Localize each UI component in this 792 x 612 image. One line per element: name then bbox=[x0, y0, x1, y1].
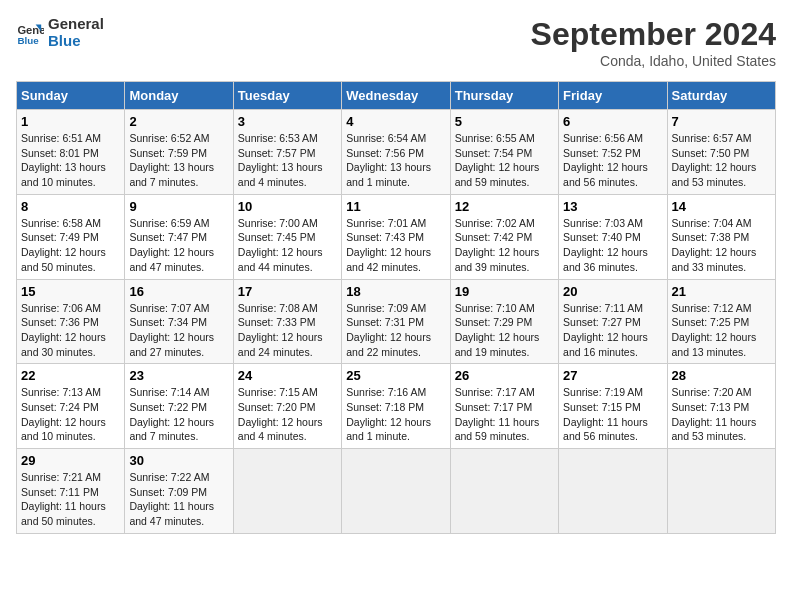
calendar-cell: 7Sunrise: 6:57 AM Sunset: 7:50 PM Daylig… bbox=[667, 110, 775, 195]
calendar-cell: 25Sunrise: 7:16 AM Sunset: 7:18 PM Dayli… bbox=[342, 364, 450, 449]
day-info: Sunrise: 7:15 AM Sunset: 7:20 PM Dayligh… bbox=[238, 385, 337, 444]
day-number: 21 bbox=[672, 284, 771, 299]
day-info: Sunrise: 7:16 AM Sunset: 7:18 PM Dayligh… bbox=[346, 385, 445, 444]
day-number: 15 bbox=[21, 284, 120, 299]
calendar-cell: 29Sunrise: 7:21 AM Sunset: 7:11 PM Dayli… bbox=[17, 449, 125, 534]
day-number: 6 bbox=[563, 114, 662, 129]
day-number: 5 bbox=[455, 114, 554, 129]
calendar-cell: 10Sunrise: 7:00 AM Sunset: 7:45 PM Dayli… bbox=[233, 194, 341, 279]
day-info: Sunrise: 7:06 AM Sunset: 7:36 PM Dayligh… bbox=[21, 301, 120, 360]
calendar-cell: 30Sunrise: 7:22 AM Sunset: 7:09 PM Dayli… bbox=[125, 449, 233, 534]
day-info: Sunrise: 6:52 AM Sunset: 7:59 PM Dayligh… bbox=[129, 131, 228, 190]
calendar-week-4: 22Sunrise: 7:13 AM Sunset: 7:24 PM Dayli… bbox=[17, 364, 776, 449]
day-number: 14 bbox=[672, 199, 771, 214]
day-info: Sunrise: 6:57 AM Sunset: 7:50 PM Dayligh… bbox=[672, 131, 771, 190]
calendar-cell bbox=[342, 449, 450, 534]
day-number: 11 bbox=[346, 199, 445, 214]
calendar-cell: 5Sunrise: 6:55 AM Sunset: 7:54 PM Daylig… bbox=[450, 110, 558, 195]
calendar-cell: 27Sunrise: 7:19 AM Sunset: 7:15 PM Dayli… bbox=[559, 364, 667, 449]
calendar-cell: 16Sunrise: 7:07 AM Sunset: 7:34 PM Dayli… bbox=[125, 279, 233, 364]
day-number: 24 bbox=[238, 368, 337, 383]
logo-line2: Blue bbox=[48, 33, 104, 50]
calendar-cell: 21Sunrise: 7:12 AM Sunset: 7:25 PM Dayli… bbox=[667, 279, 775, 364]
day-info: Sunrise: 7:04 AM Sunset: 7:38 PM Dayligh… bbox=[672, 216, 771, 275]
day-number: 8 bbox=[21, 199, 120, 214]
day-info: Sunrise: 6:59 AM Sunset: 7:47 PM Dayligh… bbox=[129, 216, 228, 275]
calendar-cell: 3Sunrise: 6:53 AM Sunset: 7:57 PM Daylig… bbox=[233, 110, 341, 195]
day-number: 27 bbox=[563, 368, 662, 383]
day-info: Sunrise: 6:53 AM Sunset: 7:57 PM Dayligh… bbox=[238, 131, 337, 190]
calendar-cell: 11Sunrise: 7:01 AM Sunset: 7:43 PM Dayli… bbox=[342, 194, 450, 279]
day-number: 17 bbox=[238, 284, 337, 299]
day-info: Sunrise: 7:21 AM Sunset: 7:11 PM Dayligh… bbox=[21, 470, 120, 529]
col-header-friday: Friday bbox=[559, 82, 667, 110]
calendar-title: September 2024 bbox=[531, 16, 776, 53]
calendar-week-2: 8Sunrise: 6:58 AM Sunset: 7:49 PM Daylig… bbox=[17, 194, 776, 279]
day-number: 25 bbox=[346, 368, 445, 383]
day-number: 10 bbox=[238, 199, 337, 214]
day-info: Sunrise: 6:56 AM Sunset: 7:52 PM Dayligh… bbox=[563, 131, 662, 190]
day-number: 20 bbox=[563, 284, 662, 299]
calendar-cell: 8Sunrise: 6:58 AM Sunset: 7:49 PM Daylig… bbox=[17, 194, 125, 279]
calendar-cell bbox=[450, 449, 558, 534]
day-info: Sunrise: 7:10 AM Sunset: 7:29 PM Dayligh… bbox=[455, 301, 554, 360]
day-number: 23 bbox=[129, 368, 228, 383]
day-info: Sunrise: 7:20 AM Sunset: 7:13 PM Dayligh… bbox=[672, 385, 771, 444]
calendar-cell: 12Sunrise: 7:02 AM Sunset: 7:42 PM Dayli… bbox=[450, 194, 558, 279]
day-number: 9 bbox=[129, 199, 228, 214]
day-number: 19 bbox=[455, 284, 554, 299]
day-info: Sunrise: 7:07 AM Sunset: 7:34 PM Dayligh… bbox=[129, 301, 228, 360]
calendar-cell: 19Sunrise: 7:10 AM Sunset: 7:29 PM Dayli… bbox=[450, 279, 558, 364]
calendar-cell: 14Sunrise: 7:04 AM Sunset: 7:38 PM Dayli… bbox=[667, 194, 775, 279]
day-number: 12 bbox=[455, 199, 554, 214]
col-header-wednesday: Wednesday bbox=[342, 82, 450, 110]
calendar-cell: 20Sunrise: 7:11 AM Sunset: 7:27 PM Dayli… bbox=[559, 279, 667, 364]
calendar-cell: 1Sunrise: 6:51 AM Sunset: 8:01 PM Daylig… bbox=[17, 110, 125, 195]
calendar-week-3: 15Sunrise: 7:06 AM Sunset: 7:36 PM Dayli… bbox=[17, 279, 776, 364]
day-info: Sunrise: 6:54 AM Sunset: 7:56 PM Dayligh… bbox=[346, 131, 445, 190]
calendar-cell bbox=[233, 449, 341, 534]
calendar-cell: 17Sunrise: 7:08 AM Sunset: 7:33 PM Dayli… bbox=[233, 279, 341, 364]
day-info: Sunrise: 6:58 AM Sunset: 7:49 PM Dayligh… bbox=[21, 216, 120, 275]
day-number: 16 bbox=[129, 284, 228, 299]
day-info: Sunrise: 7:09 AM Sunset: 7:31 PM Dayligh… bbox=[346, 301, 445, 360]
header: General Blue General Blue September 2024… bbox=[16, 16, 776, 69]
col-header-monday: Monday bbox=[125, 82, 233, 110]
col-header-tuesday: Tuesday bbox=[233, 82, 341, 110]
calendar-week-5: 29Sunrise: 7:21 AM Sunset: 7:11 PM Dayli… bbox=[17, 449, 776, 534]
day-number: 30 bbox=[129, 453, 228, 468]
day-info: Sunrise: 7:17 AM Sunset: 7:17 PM Dayligh… bbox=[455, 385, 554, 444]
calendar-cell: 22Sunrise: 7:13 AM Sunset: 7:24 PM Dayli… bbox=[17, 364, 125, 449]
day-info: Sunrise: 7:13 AM Sunset: 7:24 PM Dayligh… bbox=[21, 385, 120, 444]
calendar-cell: 23Sunrise: 7:14 AM Sunset: 7:22 PM Dayli… bbox=[125, 364, 233, 449]
calendar-cell: 18Sunrise: 7:09 AM Sunset: 7:31 PM Dayli… bbox=[342, 279, 450, 364]
day-info: Sunrise: 7:00 AM Sunset: 7:45 PM Dayligh… bbox=[238, 216, 337, 275]
calendar-cell: 15Sunrise: 7:06 AM Sunset: 7:36 PM Dayli… bbox=[17, 279, 125, 364]
day-info: Sunrise: 6:55 AM Sunset: 7:54 PM Dayligh… bbox=[455, 131, 554, 190]
day-number: 3 bbox=[238, 114, 337, 129]
calendar-cell: 6Sunrise: 6:56 AM Sunset: 7:52 PM Daylig… bbox=[559, 110, 667, 195]
calendar-cell: 26Sunrise: 7:17 AM Sunset: 7:17 PM Dayli… bbox=[450, 364, 558, 449]
day-number: 22 bbox=[21, 368, 120, 383]
calendar-week-1: 1Sunrise: 6:51 AM Sunset: 8:01 PM Daylig… bbox=[17, 110, 776, 195]
col-header-thursday: Thursday bbox=[450, 82, 558, 110]
calendar-cell: 2Sunrise: 6:52 AM Sunset: 7:59 PM Daylig… bbox=[125, 110, 233, 195]
day-info: Sunrise: 7:03 AM Sunset: 7:40 PM Dayligh… bbox=[563, 216, 662, 275]
calendar-body: 1Sunrise: 6:51 AM Sunset: 8:01 PM Daylig… bbox=[17, 110, 776, 534]
calendar-cell: 24Sunrise: 7:15 AM Sunset: 7:20 PM Dayli… bbox=[233, 364, 341, 449]
calendar-cell bbox=[559, 449, 667, 534]
calendar-cell: 13Sunrise: 7:03 AM Sunset: 7:40 PM Dayli… bbox=[559, 194, 667, 279]
day-number: 18 bbox=[346, 284, 445, 299]
calendar-cell: 4Sunrise: 6:54 AM Sunset: 7:56 PM Daylig… bbox=[342, 110, 450, 195]
calendar-cell: 28Sunrise: 7:20 AM Sunset: 7:13 PM Dayli… bbox=[667, 364, 775, 449]
calendar-table: SundayMondayTuesdayWednesdayThursdayFrid… bbox=[16, 81, 776, 534]
day-number: 28 bbox=[672, 368, 771, 383]
svg-text:Blue: Blue bbox=[17, 35, 39, 46]
calendar-cell bbox=[667, 449, 775, 534]
day-info: Sunrise: 7:02 AM Sunset: 7:42 PM Dayligh… bbox=[455, 216, 554, 275]
logo: General Blue General Blue bbox=[16, 16, 104, 49]
logo-icon: General Blue bbox=[16, 19, 44, 47]
day-info: Sunrise: 7:19 AM Sunset: 7:15 PM Dayligh… bbox=[563, 385, 662, 444]
day-number: 2 bbox=[129, 114, 228, 129]
day-number: 7 bbox=[672, 114, 771, 129]
